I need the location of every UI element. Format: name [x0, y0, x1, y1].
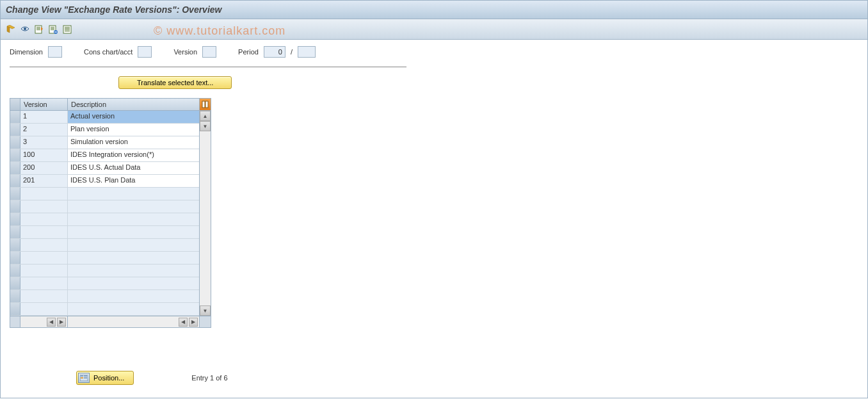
row-selector[interactable]	[10, 124, 20, 136]
row-selector[interactable]	[10, 277, 20, 289]
row-selector[interactable]	[10, 111, 20, 123]
table-config-icon[interactable]	[199, 99, 211, 110]
row-selector[interactable]	[10, 175, 20, 187]
row-version[interactable]: 3	[20, 136, 68, 149]
period-year-field[interactable]	[298, 46, 316, 58]
svg-rect-15	[65, 31, 70, 31]
toolbar	[0, 19, 868, 40]
svg-rect-19	[81, 375, 83, 377]
row-description[interactable]: Simulation version	[68, 136, 211, 149]
table-row[interactable]: 201IDES U.S. Plan Data	[10, 175, 211, 188]
svg-rect-17	[205, 101, 208, 108]
svg-rect-16	[202, 101, 205, 108]
table-row	[10, 277, 211, 290]
table-row	[10, 303, 211, 316]
row-version[interactable]: 1	[20, 111, 68, 123]
description-column-header[interactable]: Description	[68, 99, 199, 110]
page-title: Change View "Exchange Rate Versions": Ov…	[6, 4, 221, 15]
row-selector[interactable]	[10, 265, 20, 277]
row-description[interactable]: IDES U.S. Plan Data	[68, 175, 211, 187]
vertical-scrollbar[interactable]: ▲ ▼ ▼	[199, 111, 211, 316]
scroll-left2-icon[interactable]: ◀	[179, 318, 188, 327]
row-selector[interactable]	[10, 162, 20, 174]
versions-table: Version Description 1Actual version2Plan…	[10, 98, 211, 328]
table-row[interactable]: 1Actual version	[10, 111, 211, 124]
svg-rect-6	[51, 27, 54, 28]
row-version[interactable]: 200	[20, 162, 68, 174]
row-version[interactable]: 100	[20, 149, 68, 161]
table-row	[10, 239, 211, 252]
scroll-right2-icon[interactable]: ▶	[189, 318, 198, 327]
table-row	[10, 226, 211, 239]
row-selector[interactable]	[10, 226, 20, 238]
row-selector[interactable]	[10, 149, 20, 161]
row-description[interactable]: Actual version	[68, 111, 211, 123]
translate-row: Translate selected text...	[118, 76, 858, 89]
period-label: Period	[238, 48, 259, 56]
svg-point-0	[24, 28, 26, 30]
table-row	[10, 265, 211, 277]
table-row	[10, 252, 211, 265]
cons-chart-field[interactable]	[138, 46, 152, 58]
table-body: 1Actual version2Plan version3Simulation …	[10, 111, 211, 316]
svg-rect-8	[51, 29, 54, 30]
scroll-up-icon[interactable]: ▲	[200, 111, 211, 121]
delete-icon[interactable]	[47, 23, 60, 36]
filter-row: Dimension Cons chart/acct Version Period…	[10, 46, 406, 67]
scroll-down-icon[interactable]: ▼	[200, 121, 211, 131]
position-button[interactable]: Position...	[76, 371, 134, 385]
copy-icon[interactable]	[33, 23, 45, 36]
scroll-down-bottom-icon[interactable]: ▼	[200, 305, 211, 316]
row-selector[interactable]	[10, 213, 20, 225]
svg-rect-20	[84, 375, 87, 377]
row-description[interactable]: IDES U.S. Actual Data	[68, 162, 211, 174]
scroll-left-icon[interactable]: ◀	[47, 318, 56, 327]
svg-rect-10	[54, 31, 57, 32]
table-row[interactable]: 200IDES U.S. Actual Data	[10, 162, 211, 175]
period-separator: /	[291, 48, 293, 56]
row-version[interactable]: 201	[20, 175, 68, 187]
row-selector[interactable]	[10, 303, 20, 315]
period-value[interactable]: 0	[264, 46, 285, 58]
svg-rect-14	[65, 29, 70, 30]
row-selector[interactable]	[10, 252, 20, 264]
table-row[interactable]: 2Plan version	[10, 124, 211, 136]
version-label: Version	[173, 48, 197, 56]
row-selector[interactable]	[10, 239, 20, 251]
translate-button[interactable]: Translate selected text...	[118, 76, 232, 89]
horizontal-scrollbar[interactable]: ◀ ▶ ◀ ▶	[10, 316, 211, 327]
svg-rect-7	[51, 28, 54, 29]
cons-chart-label: Cons chart/acct	[84, 48, 133, 56]
version-column-header[interactable]: Version	[20, 99, 68, 110]
new-entries-icon[interactable]	[19, 23, 31, 36]
select-all-column[interactable]	[10, 99, 20, 110]
table-row[interactable]: 100IDES Integration version(*)	[10, 149, 211, 162]
content-area: Dimension Cons chart/acct Version Period…	[0, 40, 868, 398]
row-selector[interactable]	[10, 290, 20, 302]
row-version[interactable]: 2	[20, 124, 68, 136]
table-row[interactable]: 3Simulation version	[10, 136, 211, 149]
svg-rect-3	[36, 28, 40, 29]
entry-count: Entry 1 of 6	[191, 374, 227, 382]
row-selector[interactable]	[10, 136, 20, 149]
row-description[interactable]: IDES Integration version(*)	[68, 149, 211, 161]
svg-rect-21	[81, 377, 83, 379]
svg-rect-4	[36, 29, 40, 30]
svg-rect-2	[36, 27, 40, 28]
toggle-display-icon[interactable]	[4, 23, 17, 36]
scroll-track[interactable]	[200, 131, 211, 305]
scroll-right-icon[interactable]: ▶	[57, 318, 66, 327]
select-icon[interactable]	[61, 23, 74, 36]
title-bar: Change View "Exchange Rate Versions": Ov…	[0, 0, 868, 19]
row-description[interactable]: Plan version	[68, 124, 211, 136]
row-selector[interactable]	[10, 200, 20, 213]
version-field[interactable]	[202, 46, 216, 58]
dimension-label: Dimension	[10, 48, 43, 56]
dimension-field[interactable]	[48, 46, 62, 58]
table-row	[10, 200, 211, 213]
row-selector[interactable]	[10, 188, 20, 200]
svg-rect-13	[65, 28, 70, 29]
table-row	[10, 188, 211, 200]
table-header: Version Description	[10, 99, 211, 111]
svg-rect-12	[65, 27, 70, 28]
